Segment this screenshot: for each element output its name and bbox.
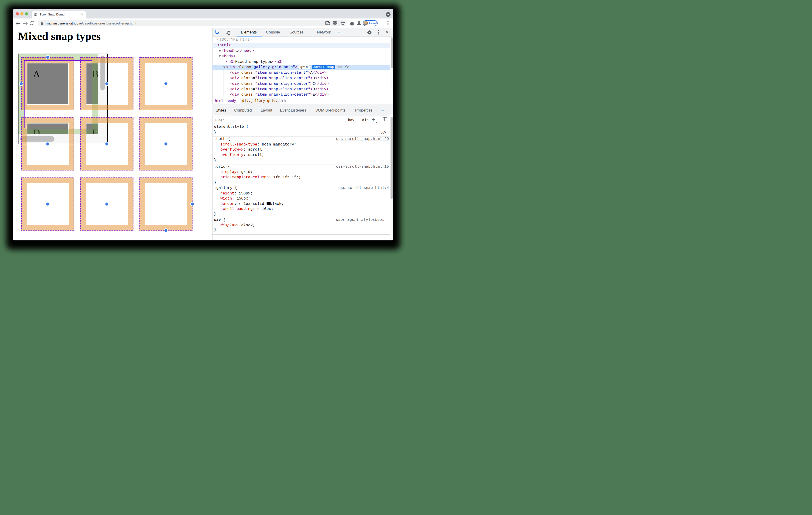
svg-text:A: A (33, 69, 40, 80)
svg-text:Mixed snap types: Mixed snap types (18, 30, 100, 42)
